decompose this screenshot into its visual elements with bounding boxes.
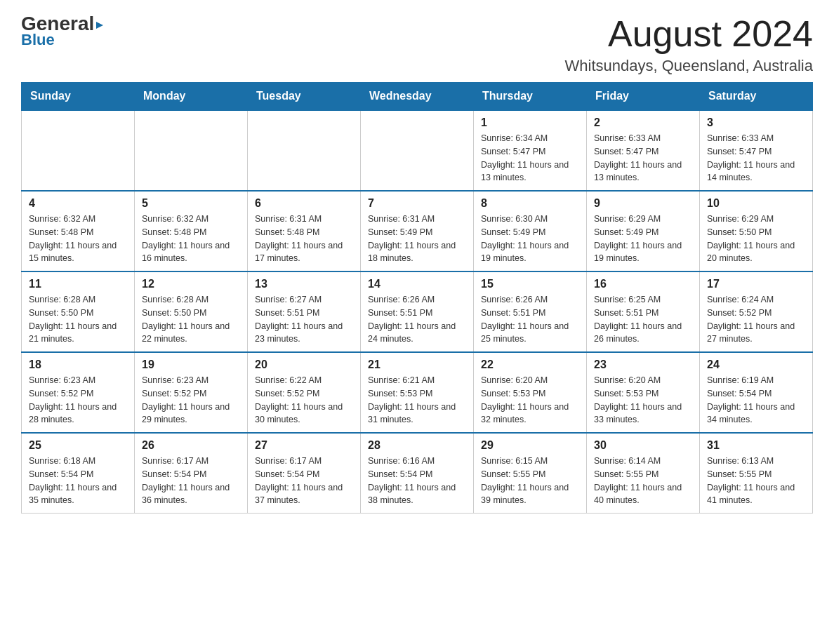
day-info: Sunrise: 6:24 AMSunset: 5:52 PMDaylight:… xyxy=(707,293,805,346)
day-info: Sunrise: 6:20 AMSunset: 5:53 PMDaylight:… xyxy=(481,374,579,427)
day-info: Sunrise: 6:23 AMSunset: 5:52 PMDaylight:… xyxy=(29,374,127,427)
calendar-cell-w3-d0: 11Sunrise: 6:28 AMSunset: 5:50 PMDayligh… xyxy=(22,271,135,352)
calendar-cell-w5-d5: 30Sunrise: 6:14 AMSunset: 5:55 PMDayligh… xyxy=(587,433,700,514)
day-number: 16 xyxy=(594,278,692,290)
day-number: 3 xyxy=(707,116,805,129)
header-tuesday: Tuesday xyxy=(248,83,361,111)
day-info: Sunrise: 6:20 AMSunset: 5:53 PMDaylight:… xyxy=(594,374,692,427)
day-number: 12 xyxy=(142,278,240,290)
logo-blue-text: Blue xyxy=(21,31,55,49)
day-info: Sunrise: 6:29 AMSunset: 5:50 PMDaylight:… xyxy=(707,213,805,265)
day-number: 25 xyxy=(29,439,127,452)
day-number: 31 xyxy=(707,439,805,452)
day-number: 27 xyxy=(255,439,353,452)
week-row-3: 11Sunrise: 6:28 AMSunset: 5:50 PMDayligh… xyxy=(22,271,813,352)
calendar-cell-w4-d4: 22Sunrise: 6:20 AMSunset: 5:53 PMDayligh… xyxy=(474,352,587,433)
calendar-cell-w2-d3: 7Sunrise: 6:31 AMSunset: 5:49 PMDaylight… xyxy=(361,191,474,271)
day-info: Sunrise: 6:30 AMSunset: 5:49 PMDaylight:… xyxy=(481,213,579,265)
calendar-cell-w3-d6: 17Sunrise: 6:24 AMSunset: 5:52 PMDayligh… xyxy=(700,271,813,352)
week-row-1: 1Sunrise: 6:34 AMSunset: 5:47 PMDaylight… xyxy=(22,110,813,191)
day-info: Sunrise: 6:14 AMSunset: 5:55 PMDaylight:… xyxy=(594,455,692,507)
calendar-cell-w4-d1: 19Sunrise: 6:23 AMSunset: 5:52 PMDayligh… xyxy=(135,352,248,433)
day-number: 29 xyxy=(481,439,579,452)
day-info: Sunrise: 6:17 AMSunset: 5:54 PMDaylight:… xyxy=(142,455,240,507)
day-number: 15 xyxy=(481,278,579,290)
day-info: Sunrise: 6:27 AMSunset: 5:51 PMDaylight:… xyxy=(255,293,353,346)
calendar-cell-w2-d2: 6Sunrise: 6:31 AMSunset: 5:48 PMDaylight… xyxy=(248,191,361,271)
calendar-table: Sunday Monday Tuesday Wednesday Thursday… xyxy=(21,82,813,514)
calendar-cell-w3-d5: 16Sunrise: 6:25 AMSunset: 5:51 PMDayligh… xyxy=(587,271,700,352)
header-monday: Monday xyxy=(135,83,248,111)
calendar-cell-w4-d2: 20Sunrise: 6:22 AMSunset: 5:52 PMDayligh… xyxy=(248,352,361,433)
title-block: August 2024 Whitsundays, Queensland, Aus… xyxy=(565,14,813,75)
day-number: 8 xyxy=(481,197,579,210)
day-info: Sunrise: 6:26 AMSunset: 5:51 PMDaylight:… xyxy=(368,293,466,346)
calendar-cell-w4-d3: 21Sunrise: 6:21 AMSunset: 5:53 PMDayligh… xyxy=(361,352,474,433)
day-number: 20 xyxy=(255,358,353,371)
day-info: Sunrise: 6:21 AMSunset: 5:53 PMDaylight:… xyxy=(368,374,466,427)
day-info: Sunrise: 6:26 AMSunset: 5:51 PMDaylight:… xyxy=(481,293,579,346)
day-info: Sunrise: 6:16 AMSunset: 5:54 PMDaylight:… xyxy=(368,455,466,507)
calendar-cell-w1-d0 xyxy=(22,110,135,191)
calendar-cell-w3-d1: 12Sunrise: 6:28 AMSunset: 5:50 PMDayligh… xyxy=(135,271,248,352)
calendar-cell-w4-d5: 23Sunrise: 6:20 AMSunset: 5:53 PMDayligh… xyxy=(587,352,700,433)
header-sunday: Sunday xyxy=(22,83,135,111)
day-info: Sunrise: 6:31 AMSunset: 5:49 PMDaylight:… xyxy=(368,213,466,265)
day-info: Sunrise: 6:23 AMSunset: 5:52 PMDaylight:… xyxy=(142,374,240,427)
day-info: Sunrise: 6:33 AMSunset: 5:47 PMDaylight:… xyxy=(594,132,692,185)
header-wednesday: Wednesday xyxy=(361,83,474,111)
calendar-cell-w3-d4: 15Sunrise: 6:26 AMSunset: 5:51 PMDayligh… xyxy=(474,271,587,352)
calendar-cell-w5-d2: 27Sunrise: 6:17 AMSunset: 5:54 PMDayligh… xyxy=(248,433,361,514)
day-number: 28 xyxy=(368,439,466,452)
day-number: 10 xyxy=(707,197,805,210)
day-info: Sunrise: 6:32 AMSunset: 5:48 PMDaylight:… xyxy=(29,213,127,265)
day-number: 26 xyxy=(142,439,240,452)
calendar-cell-w2-d5: 9Sunrise: 6:29 AMSunset: 5:49 PMDaylight… xyxy=(587,191,700,271)
calendar-cell-w1-d6: 3Sunrise: 6:33 AMSunset: 5:47 PMDaylight… xyxy=(700,110,813,191)
day-info: Sunrise: 6:13 AMSunset: 5:55 PMDaylight:… xyxy=(707,455,805,507)
header-friday: Friday xyxy=(587,83,700,111)
day-number: 2 xyxy=(594,116,692,129)
calendar-header-row: Sunday Monday Tuesday Wednesday Thursday… xyxy=(22,83,813,111)
day-number: 22 xyxy=(481,358,579,371)
day-number: 4 xyxy=(29,197,127,210)
week-row-2: 4Sunrise: 6:32 AMSunset: 5:48 PMDaylight… xyxy=(22,191,813,271)
day-info: Sunrise: 6:15 AMSunset: 5:55 PMDaylight:… xyxy=(481,455,579,507)
calendar-cell-w1-d2 xyxy=(248,110,361,191)
calendar-cell-w1-d1 xyxy=(135,110,248,191)
day-info: Sunrise: 6:18 AMSunset: 5:54 PMDaylight:… xyxy=(29,455,127,507)
calendar-cell-w2-d0: 4Sunrise: 6:32 AMSunset: 5:48 PMDaylight… xyxy=(22,191,135,271)
day-number: 6 xyxy=(255,197,353,210)
calendar-cell-w2-d4: 8Sunrise: 6:30 AMSunset: 5:49 PMDaylight… xyxy=(474,191,587,271)
day-number: 7 xyxy=(368,197,466,210)
day-number: 13 xyxy=(255,278,353,290)
page-header: General Blue August 2024 Whitsundays, Qu… xyxy=(21,14,813,75)
calendar-title: August 2024 xyxy=(565,14,813,54)
day-info: Sunrise: 6:22 AMSunset: 5:52 PMDaylight:… xyxy=(255,374,353,427)
day-number: 30 xyxy=(594,439,692,452)
calendar-cell-w5-d6: 31Sunrise: 6:13 AMSunset: 5:55 PMDayligh… xyxy=(700,433,813,514)
day-info: Sunrise: 6:17 AMSunset: 5:54 PMDaylight:… xyxy=(255,455,353,507)
day-number: 11 xyxy=(29,278,127,290)
calendar-cell-w4-d0: 18Sunrise: 6:23 AMSunset: 5:52 PMDayligh… xyxy=(22,352,135,433)
day-info: Sunrise: 6:29 AMSunset: 5:49 PMDaylight:… xyxy=(594,213,692,265)
day-number: 23 xyxy=(594,358,692,371)
calendar-cell-w3-d2: 13Sunrise: 6:27 AMSunset: 5:51 PMDayligh… xyxy=(248,271,361,352)
calendar-cell-w1-d3 xyxy=(361,110,474,191)
calendar-cell-w1-d5: 2Sunrise: 6:33 AMSunset: 5:47 PMDaylight… xyxy=(587,110,700,191)
day-info: Sunrise: 6:31 AMSunset: 5:48 PMDaylight:… xyxy=(255,213,353,265)
day-info: Sunrise: 6:32 AMSunset: 5:48 PMDaylight:… xyxy=(142,213,240,265)
day-number: 19 xyxy=(142,358,240,371)
calendar-cell-w2-d1: 5Sunrise: 6:32 AMSunset: 5:48 PMDaylight… xyxy=(135,191,248,271)
day-number: 17 xyxy=(707,278,805,290)
calendar-cell-w5-d1: 26Sunrise: 6:17 AMSunset: 5:54 PMDayligh… xyxy=(135,433,248,514)
logo: General Blue xyxy=(21,14,103,49)
day-number: 5 xyxy=(142,197,240,210)
week-row-4: 18Sunrise: 6:23 AMSunset: 5:52 PMDayligh… xyxy=(22,352,813,433)
day-info: Sunrise: 6:33 AMSunset: 5:47 PMDaylight:… xyxy=(707,132,805,185)
day-number: 1 xyxy=(481,116,579,129)
day-number: 18 xyxy=(29,358,127,371)
day-number: 9 xyxy=(594,197,692,210)
calendar-cell-w5-d0: 25Sunrise: 6:18 AMSunset: 5:54 PMDayligh… xyxy=(22,433,135,514)
calendar-cell-w4-d6: 24Sunrise: 6:19 AMSunset: 5:54 PMDayligh… xyxy=(700,352,813,433)
